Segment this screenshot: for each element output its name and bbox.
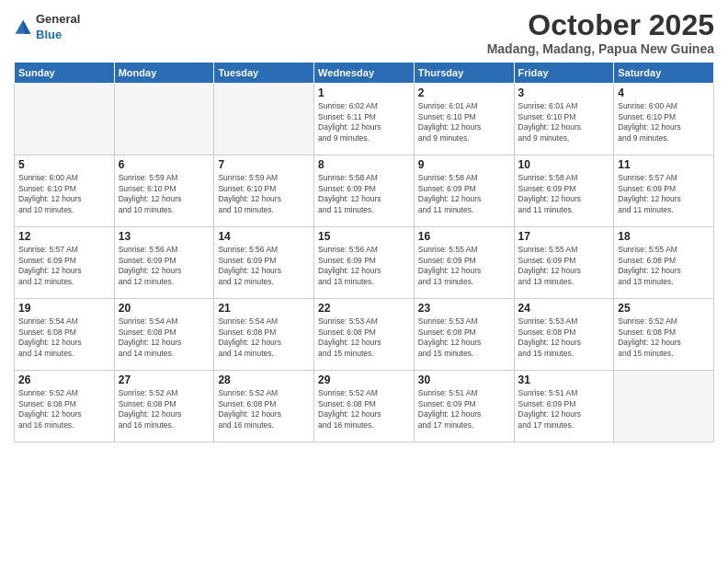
day-number: 9 bbox=[418, 158, 510, 171]
day-number: 21 bbox=[218, 302, 310, 315]
day-info: Sunrise: 5:51 AM Sunset: 6:09 PM Dayligh… bbox=[518, 388, 610, 431]
page: General Blue October 2025 Madang, Madang… bbox=[0, 0, 728, 563]
month-title: October 2025 bbox=[487, 9, 714, 41]
day-info: Sunrise: 5:51 AM Sunset: 6:09 PM Dayligh… bbox=[418, 388, 510, 431]
calendar-cell: 18Sunrise: 5:55 AM Sunset: 6:08 PM Dayli… bbox=[614, 227, 714, 299]
day-number: 24 bbox=[518, 302, 610, 315]
calendar-table: SundayMondayTuesdayWednesdayThursdayFrid… bbox=[14, 62, 714, 442]
logo-icon bbox=[14, 18, 32, 37]
day-number: 31 bbox=[518, 373, 610, 386]
day-number: 4 bbox=[618, 86, 710, 99]
day-number: 25 bbox=[618, 302, 710, 315]
calendar-cell: 13Sunrise: 5:56 AM Sunset: 6:09 PM Dayli… bbox=[114, 227, 214, 299]
calendar-cell: 29Sunrise: 5:52 AM Sunset: 6:08 PM Dayli… bbox=[314, 371, 415, 442]
day-info: Sunrise: 5:52 AM Sunset: 6:08 PM Dayligh… bbox=[18, 388, 110, 431]
calendar-cell: 15Sunrise: 5:56 AM Sunset: 6:09 PM Dayli… bbox=[314, 227, 415, 299]
day-info: Sunrise: 5:56 AM Sunset: 6:09 PM Dayligh… bbox=[318, 245, 410, 287]
calendar-cell: 9Sunrise: 5:58 AM Sunset: 6:09 PM Daylig… bbox=[414, 155, 514, 227]
calendar-cell: 10Sunrise: 5:58 AM Sunset: 6:09 PM Dayli… bbox=[514, 155, 614, 227]
day-info: Sunrise: 5:54 AM Sunset: 6:08 PM Dayligh… bbox=[218, 316, 310, 359]
calendar-cell: 22Sunrise: 5:53 AM Sunset: 6:08 PM Dayli… bbox=[314, 299, 415, 371]
day-number: 1 bbox=[318, 86, 410, 99]
day-info: Sunrise: 6:01 AM Sunset: 6:10 PM Dayligh… bbox=[418, 101, 510, 144]
calendar-cell bbox=[614, 371, 714, 442]
day-number: 16 bbox=[418, 230, 510, 243]
day-number: 14 bbox=[218, 230, 310, 243]
day-number: 12 bbox=[18, 230, 110, 243]
day-info: Sunrise: 5:59 AM Sunset: 6:10 PM Dayligh… bbox=[218, 173, 310, 215]
day-number: 22 bbox=[318, 302, 410, 315]
calendar-week-3: 12Sunrise: 5:57 AM Sunset: 6:09 PM Dayli… bbox=[15, 227, 714, 299]
day-number: 30 bbox=[418, 373, 510, 386]
day-info: Sunrise: 5:53 AM Sunset: 6:08 PM Dayligh… bbox=[518, 316, 610, 359]
weekday-header-sunday: Sunday bbox=[15, 63, 115, 84]
calendar-cell: 31Sunrise: 5:51 AM Sunset: 6:09 PM Dayli… bbox=[514, 371, 614, 442]
calendar-cell: 5Sunrise: 6:00 AM Sunset: 6:10 PM Daylig… bbox=[15, 155, 115, 227]
location-subtitle: Madang, Madang, Papua New Guinea bbox=[487, 41, 714, 56]
calendar-cell: 16Sunrise: 5:55 AM Sunset: 6:09 PM Dayli… bbox=[414, 227, 514, 299]
day-number: 5 bbox=[18, 158, 110, 171]
day-number: 7 bbox=[218, 158, 310, 171]
weekday-header-tuesday: Tuesday bbox=[214, 63, 314, 84]
calendar-cell: 26Sunrise: 5:52 AM Sunset: 6:08 PM Dayli… bbox=[15, 371, 115, 442]
weekday-header-thursday: Thursday bbox=[414, 63, 514, 84]
day-info: Sunrise: 5:55 AM Sunset: 6:08 PM Dayligh… bbox=[618, 245, 710, 287]
weekday-header-monday: Monday bbox=[114, 63, 214, 84]
day-number: 6 bbox=[119, 158, 210, 171]
logo-blue: Blue bbox=[36, 28, 62, 41]
day-number: 17 bbox=[518, 230, 610, 243]
calendar-cell: 20Sunrise: 5:54 AM Sunset: 6:08 PM Dayli… bbox=[114, 299, 214, 371]
day-info: Sunrise: 5:56 AM Sunset: 6:09 PM Dayligh… bbox=[218, 245, 310, 287]
calendar-cell: 14Sunrise: 5:56 AM Sunset: 6:09 PM Dayli… bbox=[214, 227, 314, 299]
day-info: Sunrise: 5:54 AM Sunset: 6:08 PM Dayligh… bbox=[18, 316, 110, 359]
calendar-cell: 27Sunrise: 5:52 AM Sunset: 6:08 PM Dayli… bbox=[114, 371, 214, 442]
day-number: 10 bbox=[518, 158, 610, 171]
day-info: Sunrise: 5:58 AM Sunset: 6:09 PM Dayligh… bbox=[518, 173, 610, 215]
calendar-cell: 11Sunrise: 5:57 AM Sunset: 6:09 PM Dayli… bbox=[614, 155, 714, 227]
day-info: Sunrise: 5:55 AM Sunset: 6:09 PM Dayligh… bbox=[418, 245, 510, 287]
day-info: Sunrise: 5:57 AM Sunset: 6:09 PM Dayligh… bbox=[618, 173, 710, 215]
day-number: 11 bbox=[618, 158, 710, 171]
day-number: 13 bbox=[119, 230, 210, 243]
calendar-cell: 24Sunrise: 5:53 AM Sunset: 6:08 PM Dayli… bbox=[514, 299, 614, 371]
calendar-cell: 28Sunrise: 5:52 AM Sunset: 6:08 PM Dayli… bbox=[214, 371, 314, 442]
calendar-cell: 3Sunrise: 6:01 AM Sunset: 6:10 PM Daylig… bbox=[514, 84, 614, 155]
calendar-cell: 17Sunrise: 5:55 AM Sunset: 6:09 PM Dayli… bbox=[514, 227, 614, 299]
calendar-week-1: 1Sunrise: 6:02 AM Sunset: 6:11 PM Daylig… bbox=[15, 84, 714, 155]
calendar-cell bbox=[15, 84, 115, 155]
day-info: Sunrise: 6:01 AM Sunset: 6:10 PM Dayligh… bbox=[518, 101, 610, 144]
day-number: 19 bbox=[18, 302, 110, 315]
day-info: Sunrise: 5:53 AM Sunset: 6:08 PM Dayligh… bbox=[418, 316, 510, 359]
logo-text: General Blue bbox=[36, 13, 80, 42]
day-number: 2 bbox=[418, 86, 510, 99]
day-number: 29 bbox=[318, 373, 410, 386]
day-number: 15 bbox=[318, 230, 410, 243]
day-info: Sunrise: 5:53 AM Sunset: 6:08 PM Dayligh… bbox=[318, 316, 410, 359]
day-info: Sunrise: 5:56 AM Sunset: 6:09 PM Dayligh… bbox=[119, 245, 210, 287]
calendar-cell: 12Sunrise: 5:57 AM Sunset: 6:09 PM Dayli… bbox=[15, 227, 115, 299]
day-info: Sunrise: 5:52 AM Sunset: 6:08 PM Dayligh… bbox=[119, 388, 210, 431]
day-info: Sunrise: 5:58 AM Sunset: 6:09 PM Dayligh… bbox=[418, 173, 510, 215]
day-info: Sunrise: 6:00 AM Sunset: 6:10 PM Dayligh… bbox=[18, 173, 110, 215]
logo-general: General bbox=[36, 13, 80, 26]
calendar-body: 1Sunrise: 6:02 AM Sunset: 6:11 PM Daylig… bbox=[15, 84, 714, 442]
day-number: 28 bbox=[218, 373, 310, 386]
day-info: Sunrise: 5:52 AM Sunset: 6:08 PM Dayligh… bbox=[218, 388, 310, 431]
calendar-cell bbox=[114, 84, 214, 155]
logo: General Blue bbox=[14, 13, 80, 42]
calendar-cell: 1Sunrise: 6:02 AM Sunset: 6:11 PM Daylig… bbox=[314, 84, 415, 155]
day-info: Sunrise: 5:58 AM Sunset: 6:09 PM Dayligh… bbox=[318, 173, 410, 215]
calendar-cell: 25Sunrise: 5:52 AM Sunset: 6:08 PM Dayli… bbox=[614, 299, 714, 371]
day-number: 27 bbox=[119, 373, 210, 386]
day-info: Sunrise: 5:52 AM Sunset: 6:08 PM Dayligh… bbox=[318, 388, 410, 431]
calendar-cell: 23Sunrise: 5:53 AM Sunset: 6:08 PM Dayli… bbox=[414, 299, 514, 371]
day-number: 3 bbox=[518, 86, 610, 99]
calendar-cell: 6Sunrise: 5:59 AM Sunset: 6:10 PM Daylig… bbox=[114, 155, 214, 227]
weekday-header-saturday: Saturday bbox=[614, 63, 714, 84]
day-number: 18 bbox=[618, 230, 710, 243]
calendar-cell: 4Sunrise: 6:00 AM Sunset: 6:10 PM Daylig… bbox=[614, 84, 714, 155]
calendar-cell: 30Sunrise: 5:51 AM Sunset: 6:09 PM Dayli… bbox=[414, 371, 514, 442]
day-info: Sunrise: 6:02 AM Sunset: 6:11 PM Dayligh… bbox=[318, 101, 410, 144]
header: General Blue October 2025 Madang, Madang… bbox=[14, 9, 714, 56]
day-number: 20 bbox=[119, 302, 210, 315]
